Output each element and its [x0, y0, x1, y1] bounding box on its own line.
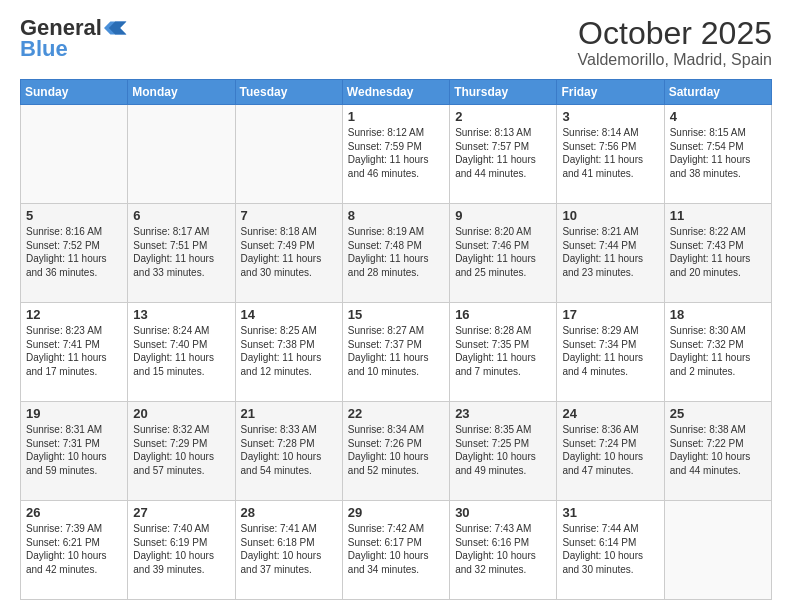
day-number: 15 [348, 307, 444, 322]
day-of-week-friday: Friday [557, 80, 664, 105]
calendar-cell: 25Sunrise: 8:38 AM Sunset: 7:22 PM Dayli… [664, 402, 771, 501]
day-number: 21 [241, 406, 337, 421]
page: General Blue October 2025 Valdemorillo, … [0, 0, 792, 612]
calendar-cell: 8Sunrise: 8:19 AM Sunset: 7:48 PM Daylig… [342, 204, 449, 303]
day-number: 4 [670, 109, 766, 124]
calendar-cell: 14Sunrise: 8:25 AM Sunset: 7:38 PM Dayli… [235, 303, 342, 402]
day-number: 19 [26, 406, 122, 421]
calendar-cell [128, 105, 235, 204]
day-info: Sunrise: 8:24 AM Sunset: 7:40 PM Dayligh… [133, 324, 229, 378]
calendar-cell: 1Sunrise: 8:12 AM Sunset: 7:59 PM Daylig… [342, 105, 449, 204]
day-number: 7 [241, 208, 337, 223]
logo-blue: Blue [20, 36, 68, 62]
day-info: Sunrise: 8:33 AM Sunset: 7:28 PM Dayligh… [241, 423, 337, 477]
day-info: Sunrise: 8:23 AM Sunset: 7:41 PM Dayligh… [26, 324, 122, 378]
day-number: 20 [133, 406, 229, 421]
calendar-cell: 13Sunrise: 8:24 AM Sunset: 7:40 PM Dayli… [128, 303, 235, 402]
day-info: Sunrise: 8:29 AM Sunset: 7:34 PM Dayligh… [562, 324, 658, 378]
day-info: Sunrise: 8:38 AM Sunset: 7:22 PM Dayligh… [670, 423, 766, 477]
calendar-cell [664, 501, 771, 600]
day-of-week-saturday: Saturday [664, 80, 771, 105]
day-number: 18 [670, 307, 766, 322]
calendar-week-3: 12Sunrise: 8:23 AM Sunset: 7:41 PM Dayli… [21, 303, 772, 402]
header: General Blue October 2025 Valdemorillo, … [20, 16, 772, 69]
calendar-cell: 7Sunrise: 8:18 AM Sunset: 7:49 PM Daylig… [235, 204, 342, 303]
day-number: 12 [26, 307, 122, 322]
day-info: Sunrise: 8:31 AM Sunset: 7:31 PM Dayligh… [26, 423, 122, 477]
day-number: 27 [133, 505, 229, 520]
day-info: Sunrise: 8:14 AM Sunset: 7:56 PM Dayligh… [562, 126, 658, 180]
day-number: 2 [455, 109, 551, 124]
calendar-cell: 10Sunrise: 8:21 AM Sunset: 7:44 PM Dayli… [557, 204, 664, 303]
day-number: 3 [562, 109, 658, 124]
calendar-week-2: 5Sunrise: 8:16 AM Sunset: 7:52 PM Daylig… [21, 204, 772, 303]
calendar-cell [21, 105, 128, 204]
day-info: Sunrise: 8:21 AM Sunset: 7:44 PM Dayligh… [562, 225, 658, 279]
calendar-cell: 26Sunrise: 7:39 AM Sunset: 6:21 PM Dayli… [21, 501, 128, 600]
day-number: 17 [562, 307, 658, 322]
day-info: Sunrise: 8:28 AM Sunset: 7:35 PM Dayligh… [455, 324, 551, 378]
day-info: Sunrise: 8:30 AM Sunset: 7:32 PM Dayligh… [670, 324, 766, 378]
calendar-cell: 3Sunrise: 8:14 AM Sunset: 7:56 PM Daylig… [557, 105, 664, 204]
day-number: 16 [455, 307, 551, 322]
calendar-cell: 31Sunrise: 7:44 AM Sunset: 6:14 PM Dayli… [557, 501, 664, 600]
day-of-week-thursday: Thursday [450, 80, 557, 105]
day-of-week-sunday: Sunday [21, 80, 128, 105]
day-info: Sunrise: 8:36 AM Sunset: 7:24 PM Dayligh… [562, 423, 658, 477]
calendar-cell: 15Sunrise: 8:27 AM Sunset: 7:37 PM Dayli… [342, 303, 449, 402]
month-title: October 2025 [578, 16, 772, 51]
day-info: Sunrise: 8:19 AM Sunset: 7:48 PM Dayligh… [348, 225, 444, 279]
day-info: Sunrise: 8:16 AM Sunset: 7:52 PM Dayligh… [26, 225, 122, 279]
day-info: Sunrise: 7:44 AM Sunset: 6:14 PM Dayligh… [562, 522, 658, 576]
header-right: October 2025 Valdemorillo, Madrid, Spain [578, 16, 772, 69]
day-number: 14 [241, 307, 337, 322]
calendar-cell: 9Sunrise: 8:20 AM Sunset: 7:46 PM Daylig… [450, 204, 557, 303]
day-info: Sunrise: 8:13 AM Sunset: 7:57 PM Dayligh… [455, 126, 551, 180]
calendar-cell: 29Sunrise: 7:42 AM Sunset: 6:17 PM Dayli… [342, 501, 449, 600]
calendar-week-4: 19Sunrise: 8:31 AM Sunset: 7:31 PM Dayli… [21, 402, 772, 501]
calendar-cell: 24Sunrise: 8:36 AM Sunset: 7:24 PM Dayli… [557, 402, 664, 501]
day-number: 29 [348, 505, 444, 520]
day-info: Sunrise: 8:25 AM Sunset: 7:38 PM Dayligh… [241, 324, 337, 378]
day-number: 10 [562, 208, 658, 223]
day-number: 28 [241, 505, 337, 520]
logo-icon [104, 16, 128, 40]
calendar-cell: 19Sunrise: 8:31 AM Sunset: 7:31 PM Dayli… [21, 402, 128, 501]
day-info: Sunrise: 8:20 AM Sunset: 7:46 PM Dayligh… [455, 225, 551, 279]
calendar-cell: 12Sunrise: 8:23 AM Sunset: 7:41 PM Dayli… [21, 303, 128, 402]
calendar-cell: 23Sunrise: 8:35 AM Sunset: 7:25 PM Dayli… [450, 402, 557, 501]
day-number: 22 [348, 406, 444, 421]
day-info: Sunrise: 7:43 AM Sunset: 6:16 PM Dayligh… [455, 522, 551, 576]
day-info: Sunrise: 8:32 AM Sunset: 7:29 PM Dayligh… [133, 423, 229, 477]
day-info: Sunrise: 8:18 AM Sunset: 7:49 PM Dayligh… [241, 225, 337, 279]
calendar-week-1: 1Sunrise: 8:12 AM Sunset: 7:59 PM Daylig… [21, 105, 772, 204]
day-of-week-monday: Monday [128, 80, 235, 105]
calendar-cell: 2Sunrise: 8:13 AM Sunset: 7:57 PM Daylig… [450, 105, 557, 204]
day-number: 31 [562, 505, 658, 520]
day-number: 24 [562, 406, 658, 421]
calendar-cell: 28Sunrise: 7:41 AM Sunset: 6:18 PM Dayli… [235, 501, 342, 600]
day-info: Sunrise: 8:15 AM Sunset: 7:54 PM Dayligh… [670, 126, 766, 180]
calendar-cell: 5Sunrise: 8:16 AM Sunset: 7:52 PM Daylig… [21, 204, 128, 303]
day-info: Sunrise: 7:39 AM Sunset: 6:21 PM Dayligh… [26, 522, 122, 576]
day-of-week-tuesday: Tuesday [235, 80, 342, 105]
day-number: 5 [26, 208, 122, 223]
calendar-header-row: SundayMondayTuesdayWednesdayThursdayFrid… [21, 80, 772, 105]
calendar-cell: 20Sunrise: 8:32 AM Sunset: 7:29 PM Dayli… [128, 402, 235, 501]
day-number: 8 [348, 208, 444, 223]
calendar-week-5: 26Sunrise: 7:39 AM Sunset: 6:21 PM Dayli… [21, 501, 772, 600]
day-number: 30 [455, 505, 551, 520]
calendar-cell: 6Sunrise: 8:17 AM Sunset: 7:51 PM Daylig… [128, 204, 235, 303]
day-number: 1 [348, 109, 444, 124]
day-info: Sunrise: 8:17 AM Sunset: 7:51 PM Dayligh… [133, 225, 229, 279]
day-info: Sunrise: 7:40 AM Sunset: 6:19 PM Dayligh… [133, 522, 229, 576]
calendar-cell: 17Sunrise: 8:29 AM Sunset: 7:34 PM Dayli… [557, 303, 664, 402]
day-info: Sunrise: 7:42 AM Sunset: 6:17 PM Dayligh… [348, 522, 444, 576]
calendar-cell: 18Sunrise: 8:30 AM Sunset: 7:32 PM Dayli… [664, 303, 771, 402]
calendar-cell: 11Sunrise: 8:22 AM Sunset: 7:43 PM Dayli… [664, 204, 771, 303]
calendar-cell: 30Sunrise: 7:43 AM Sunset: 6:16 PM Dayli… [450, 501, 557, 600]
day-number: 26 [26, 505, 122, 520]
day-number: 13 [133, 307, 229, 322]
day-number: 23 [455, 406, 551, 421]
calendar-cell: 16Sunrise: 8:28 AM Sunset: 7:35 PM Dayli… [450, 303, 557, 402]
